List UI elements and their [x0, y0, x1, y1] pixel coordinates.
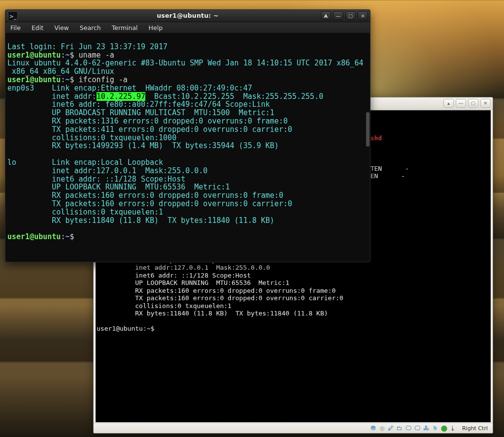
prompt[interactable]: user1@ubuntu:~$ ifconfig -a — [7, 75, 128, 84]
stick-button[interactable]: ⮝ — [321, 11, 331, 20]
menu-file[interactable]: File — [10, 24, 21, 31]
titlebar[interactable]: >_ user1@ubuntu: ~ ⮝ — ▢ ✕ — [5, 10, 370, 22]
ifconfig-enp0s3: inet6 addr: fe80::a00:27ff:fe49:c47/64 S… — [7, 100, 270, 109]
vb-ifconfig-lo: collisions:0 txqueuelen:1 — [97, 302, 232, 310]
ifconfig-enp0s3: collisions:0 txqueuelen:1000 — [7, 133, 176, 142]
ifconfig-lo: collisions:0 txqueuelen:1 — [7, 208, 163, 217]
scrollbar-thumb[interactable] — [366, 112, 370, 147]
ifconfig-enp0s3: TX packets:411 errors:0 dropped:0 overru… — [7, 125, 292, 134]
vb-ifconfig-lo: inet addr:127.0.0.1 Mask:255.0.0.0 — [97, 264, 270, 271]
vb-hostkey-indicator-icon[interactable]: ⭳ — [449, 425, 457, 432]
terminal-body[interactable]: Last login: Fri Jun 23 13:37:19 2017 use… — [5, 33, 370, 262]
ifconfig-lo: RX bytes:11840 (11.8 KB) TX bytes:11840 … — [7, 216, 274, 225]
prompt[interactable]: user1@ubuntu:~$ — [7, 232, 79, 241]
vb-status-bar: ⛃ ◎ 🖉 🗀 🖵 🖵 🖧 🖰 ⬤ ⭳ Right Ctrl — [94, 423, 493, 433]
close-button[interactable]: ✕ — [358, 11, 368, 20]
vb-mouse-icon[interactable]: 🖰 — [432, 425, 439, 432]
vb-display-icon[interactable]: 🖵 — [405, 425, 412, 432]
host-terminal-window[interactable]: >_ user1@ubuntu: ~ ⮝ — ▢ ✕ File Edit Vie… — [5, 9, 370, 262]
menu-terminal[interactable]: Terminal — [112, 24, 138, 31]
ifconfig-lo: lo Link encap:Local Loopback — [7, 158, 163, 167]
maximize-button[interactable]: ▢ — [345, 11, 356, 20]
ifconfig-enp0s3: UP BROADCAST RUNNING MULTICAST MTU:1500 … — [7, 108, 274, 117]
minimize-button[interactable]: — — [333, 11, 343, 20]
vb-ifconfig-lo: RX bytes:11840 (11.8 KB) TX bytes:11840 … — [97, 310, 328, 317]
vb-shared-folder-icon[interactable]: 🗀 — [396, 425, 403, 432]
vb-ifconfig-lo: UP LOOPBACK RUNNING MTU:65536 Metric:1 — [97, 279, 289, 286]
prompt[interactable]: user1@ubuntu:~$ uname -a — [7, 51, 114, 60]
menubar: File Edit View Search Terminal Help — [5, 22, 370, 33]
window-controls: ⮝ — ▢ ✕ — [321, 11, 368, 20]
ifconfig-lo: inet addr:127.0.0.1 Mask:255.0.0.0 — [7, 166, 207, 175]
vb-optical-icon[interactable]: ◎ — [378, 425, 386, 432]
uname-output: Linux ubuntu 4.4.0-62-generic #83-Ubuntu… — [7, 59, 363, 76]
terminal-scrollbar[interactable] — [366, 33, 370, 262]
ifconfig-lo: TX packets:160 errors:0 dropped:0 overru… — [7, 199, 292, 208]
vb-hdd-icon[interactable]: ⛃ — [370, 425, 377, 432]
ifconfig-enp0s3: inet addr:10.2.225.97 Bcast:10.2.225.255… — [7, 92, 323, 101]
vb-ifconfig-lo: inet6 addr: ::1/128 Scope:Host — [97, 272, 251, 279]
ifconfig-enp0s3: enp0s3 Link encap:Ethernet HWaddr 08:00:… — [7, 84, 252, 93]
ifconfig-lo: inet6 addr: ::1/128 Scope:Host — [7, 175, 185, 184]
highlighted-ip: 10.2.225.97 — [97, 92, 145, 101]
vb-network-active-icon[interactable]: ⬤ — [440, 425, 448, 432]
last-login-line: Last login: Fri Jun 23 13:37:19 2017 — [7, 42, 168, 51]
vb-stick-button[interactable]: ▴ — [443, 99, 454, 108]
window-title: user1@ubuntu: ~ — [5, 10, 370, 22]
ifconfig-lo: RX packets:160 errors:0 dropped:0 overru… — [7, 191, 283, 200]
menu-search[interactable]: Search — [80, 24, 101, 31]
cmd-uname: uname -a — [79, 51, 114, 60]
vb-maximize-button[interactable]: ▢ — [468, 99, 478, 108]
menu-help[interactable]: Help — [149, 24, 163, 31]
vb-ifconfig-lo: RX packets:160 errors:0 dropped:0 overru… — [97, 287, 336, 294]
ifconfig-enp0s3: RX packets:1316 errors:0 dropped:0 overr… — [7, 117, 288, 125]
vb-hostkey-label: Right Ctrl — [460, 425, 490, 432]
ifconfig-enp0s3: RX bytes:1499293 (1.4 MB) TX bytes:35944… — [7, 141, 279, 150]
cmd-ifconfig: ifconfig -a — [79, 75, 128, 84]
desktop-background: Oracle VM VirtualBox ▴ — ▢ ✕ sshda 0 13:… — [0, 0, 504, 437]
vb-usb-icon[interactable]: 🖉 — [387, 425, 395, 432]
vb-display2-icon[interactable]: 🖵 — [414, 425, 421, 432]
vb-prompt[interactable]: user1@ubuntu:~$ — [97, 325, 158, 332]
menu-view[interactable]: View — [54, 24, 69, 31]
vb-close-button[interactable]: ✕ — [480, 99, 491, 108]
vb-ifconfig-lo: TX packets:160 errors:0 dropped:0 overru… — [97, 294, 343, 302]
vb-network-icon[interactable]: 🖧 — [423, 425, 430, 432]
menu-edit[interactable]: Edit — [32, 24, 43, 31]
ifconfig-lo: UP LOOPBACK RUNNING MTU:65536 Metric:1 — [7, 183, 230, 191]
vb-window-controls: ▴ — ▢ ✕ — [443, 99, 491, 108]
vb-minimize-button[interactable]: — — [456, 99, 466, 108]
